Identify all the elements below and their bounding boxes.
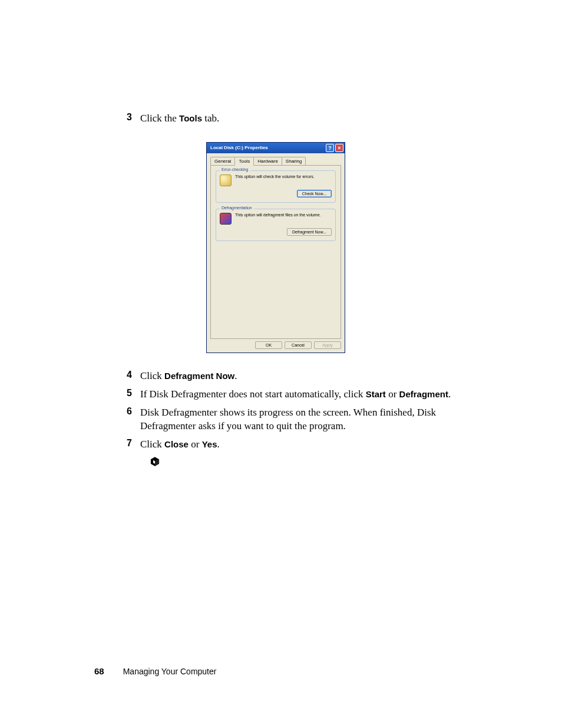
cancel-button[interactable]: Cancel <box>285 341 312 349</box>
ok-button[interactable]: OK <box>255 341 282 349</box>
step-number: 5 <box>94 388 140 398</box>
page-footer: 68 Managing Your Computer <box>94 666 216 676</box>
error-checking-icon <box>220 174 232 186</box>
text: Disk Defragmenter shows its progress on … <box>140 407 436 431</box>
group-title: Error-checking <box>220 167 250 172</box>
bold-defragment: Defragment <box>399 389 448 399</box>
text: Click <box>140 439 164 450</box>
text: Click <box>140 370 164 381</box>
bold-tools: Tools <box>179 113 202 123</box>
text: . <box>217 439 220 450</box>
step-number: 3 <box>94 112 140 123</box>
tab-tools[interactable]: Tools <box>234 157 254 166</box>
tab-panel-tools: Error-checking This option will check th… <box>210 165 341 339</box>
step-body: Disk Defragmenter shows its progress on … <box>140 406 507 433</box>
help-button[interactable]: ? <box>326 144 334 152</box>
text: tab. <box>202 113 219 124</box>
close-button[interactable]: × <box>335 144 343 152</box>
properties-dialog-screenshot: Local Disk (C:) Properties ? × General T… <box>206 142 507 353</box>
step-number: 4 <box>94 370 140 380</box>
tab-row: General Tools Hardware Sharing <box>210 157 341 166</box>
step-body: If Disk Defragmenter does not start auto… <box>140 388 468 401</box>
text: or <box>189 439 202 450</box>
group-title: Defragmentation <box>220 206 254 210</box>
step-7: 7 Click Close or Yes. <box>94 438 507 452</box>
text: Click the <box>140 113 179 124</box>
tab-sharing[interactable]: Sharing <box>282 157 306 166</box>
step-4: 4 Click Defragment Now. <box>94 370 507 383</box>
end-of-procedure-icon <box>150 456 507 469</box>
step-body: Click the Tools tab. <box>140 112 237 126</box>
step-body: Click Defragment Now. <box>140 370 255 383</box>
defragment-now-button[interactable]: Defragment Now... <box>287 228 332 236</box>
dialog-body: General Tools Hardware Sharing Error-che… <box>207 153 345 339</box>
check-now-button[interactable]: Check Now... <box>297 190 332 197</box>
text: . <box>448 388 451 400</box>
step-6: 6 Disk Defragmenter shows its progress o… <box>94 406 507 433</box>
text: . <box>234 370 237 381</box>
step-number: 7 <box>94 438 140 449</box>
bold-close: Close <box>164 439 189 449</box>
step-3: 3 Click the Tools tab. <box>94 112 507 126</box>
defragmentation-icon <box>220 213 232 225</box>
text: or <box>386 388 399 400</box>
page-number: 68 <box>94 666 104 676</box>
bold-start: Start <box>366 389 386 399</box>
step-body: Click Close or Yes. <box>140 438 237 452</box>
dialog-title: Local Disk (C:) Properties <box>210 145 268 150</box>
dialog-titlebar: Local Disk (C:) Properties ? × <box>207 143 345 153</box>
group-error-checking: Error-checking This option will check th… <box>216 170 336 203</box>
bold-yes: Yes <box>202 439 217 449</box>
properties-dialog: Local Disk (C:) Properties ? × General T… <box>206 142 345 353</box>
apply-button[interactable]: Apply <box>314 341 341 349</box>
bold-defragment-now: Defragment Now <box>164 371 234 381</box>
tab-general[interactable]: General <box>210 157 235 166</box>
group-text: This option will check the volume for er… <box>235 174 315 179</box>
text: If Disk Defragmenter does not start auto… <box>140 388 366 400</box>
step-number: 6 <box>94 406 140 417</box>
group-defragmentation: Defragmentation This option will defragm… <box>216 209 336 241</box>
group-text: This option will defragment files on the… <box>235 213 321 218</box>
tab-hardware[interactable]: Hardware <box>253 157 282 166</box>
section-title: Managing Your Computer <box>123 667 217 676</box>
dialog-footer: OK Cancel Apply <box>207 339 345 353</box>
step-5: 5 If Disk Defragmenter does not start au… <box>94 388 507 401</box>
